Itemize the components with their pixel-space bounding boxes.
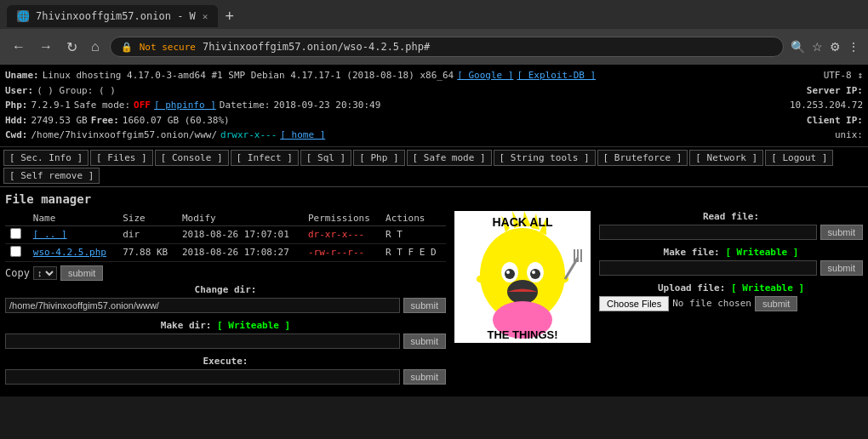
datetime-value: 2018-09-23 20:30:49 [273, 98, 380, 113]
execute-input[interactable] [5, 369, 400, 385]
forward-button[interactable]: → [36, 36, 56, 58]
home-link[interactable]: [ home ] [280, 128, 325, 143]
read-file-label: Read file: [599, 211, 863, 222]
nav-item-logout[interactable]: [ Logout ] [765, 150, 833, 166]
copy-label: Copy [5, 267, 30, 279]
fm-right-panel: HACK ALL THE THINGS! Read file: submit [454, 211, 863, 391]
tab-close-button[interactable]: ✕ [203, 11, 208, 22]
cwd-label: Cwd: [5, 128, 28, 143]
make-file-row: submit [599, 260, 863, 276]
read-file-submit[interactable]: submit [820, 225, 863, 240]
upload-file-section: Upload file: [ Writeable ] Choose Files … [599, 282, 863, 311]
menu-button[interactable]: ⋮ [848, 40, 859, 54]
choose-files-button[interactable]: Choose Files [599, 296, 669, 311]
sysinfo-panel: Uname: Linux dhosting 4.17.0-3-amd64 #1 … [0, 65, 868, 147]
file-modify-1: 2018-08-26 17:07:01 [177, 225, 303, 243]
make-dir-label: Make dir: [ Writeable ] [5, 320, 446, 331]
col-modify: Modify [177, 211, 303, 226]
tab-favicon: 🌐 [17, 10, 29, 22]
tab-bar: 🌐 7hivinxooffgim57.onion - W ✕ + [0, 0, 868, 29]
server-ip-value: 10.253.204.72 [790, 100, 863, 111]
make-file-section: Make file: [ Writeable ] submit [599, 247, 863, 276]
uname-label: Uname: [5, 68, 39, 83]
copy-submit-button[interactable]: submit [60, 265, 103, 281]
col-actions: Actions [380, 211, 446, 226]
make-file-submit[interactable]: submit [820, 260, 863, 276]
nav-item-safemode[interactable]: [ Safe mode ] [407, 150, 492, 166]
make-dir-section: Make dir: [ Writeable ] submit [5, 320, 446, 349]
encoding-icon: ↕ [857, 70, 863, 81]
nav-item-selfremove[interactable]: [ Self remove ] [3, 168, 100, 184]
safe-mode-label: Safe mode: [74, 98, 130, 113]
nav-actions: 🔍 ☆ ⚙ ⋮ [791, 40, 859, 54]
nav-item-bruteforce[interactable]: [ Bruteforce ] [597, 150, 688, 166]
copy-select[interactable]: ↕ [33, 266, 57, 280]
fm-main: Name Size Modify Permissions Actions [ .… [5, 211, 863, 391]
nav-item-network[interactable]: [ Network ] [689, 150, 763, 166]
file-table: Name Size Modify Permissions Actions [ .… [5, 211, 446, 262]
read-file-row: submit [599, 225, 863, 240]
nav-item-php[interactable]: [ Php ] [353, 150, 404, 166]
row-checkbox-1[interactable] [10, 228, 21, 239]
upload-row: Choose Files No file chosen submit [599, 296, 863, 311]
nav-item-stringtools[interactable]: [ String tools ] [494, 150, 596, 166]
google-link[interactable]: [ Google ] [457, 68, 513, 83]
nav-item-files[interactable]: [ Files ] [90, 150, 153, 166]
phpinfo-link[interactable]: [ phpinfo ] [154, 98, 216, 113]
user-value: ( ) Group: ( ) [37, 83, 116, 99]
client-ip-value: unix: [835, 129, 863, 140]
reload-button[interactable]: ↻ [63, 36, 81, 59]
exploitdb-link[interactable]: [ Exploit-DB ] [517, 68, 596, 83]
make-dir-row: submit [5, 334, 446, 349]
back-button[interactable]: ← [9, 36, 29, 58]
make-file-input[interactable] [599, 260, 817, 276]
execute-submit[interactable]: submit [403, 369, 446, 385]
read-file-input[interactable] [599, 225, 817, 240]
client-ip-label: Client IP: [807, 115, 863, 126]
upload-file-label: Upload file: [ Writeable ] [599, 282, 863, 294]
col-size: Size [117, 211, 177, 226]
nav-item-secinfo[interactable]: [ Sec. Info ] [3, 150, 89, 166]
upload-submit-button[interactable]: submit [755, 296, 797, 311]
php-label: Php: [5, 98, 28, 113]
make-dir-input[interactable] [5, 334, 400, 349]
bookmark-button[interactable]: ☆ [812, 40, 823, 54]
active-tab[interactable]: 🌐 7hivinxooffgim57.onion - W ✕ [7, 5, 218, 27]
svg-point-10 [530, 269, 540, 279]
change-dir-input[interactable] [5, 298, 400, 313]
fm-left-panel: Name Size Modify Permissions Actions [ .… [5, 211, 446, 391]
free-value: 1660.07 GB (60.38%) [123, 113, 230, 128]
hdd-value: 2749.53 GB [31, 113, 88, 128]
make-dir-submit[interactable]: submit [403, 334, 446, 349]
server-ip-label: Server IP: [807, 85, 863, 96]
file-actions-2: R T F E D [380, 243, 446, 261]
search-button[interactable]: 🔍 [791, 40, 805, 54]
not-secure-label: Not secure [140, 42, 196, 53]
url-text: 7hivinxooffgim57.onion/wso-4.2.5.php# [203, 41, 773, 53]
sysinfo-right: UTF-8 ↕ Server IP: 10.253.204.72 Client … [790, 68, 863, 143]
svg-text:HACK ALL: HACK ALL [492, 215, 552, 229]
make-dir-writeable: [ Writeable ] [217, 320, 290, 331]
change-dir-submit[interactable]: submit [403, 298, 446, 313]
new-tab-button[interactable]: + [218, 4, 241, 29]
home-button[interactable]: ⌂ [88, 36, 103, 58]
file-link-dotdot[interactable]: [ .. ] [33, 229, 67, 240]
file-perm-1: dr-xr-x--- [308, 229, 364, 240]
no-file-label: No file chosen [672, 298, 751, 309]
file-manager-title: File manager [5, 192, 863, 206]
safe-mode-value: OFF [134, 98, 151, 113]
col-checkbox [5, 211, 28, 226]
svg-text:THE THINGS!: THE THINGS! [487, 328, 557, 341]
address-bar[interactable]: 🔒 Not secure 7hivinxooffgim57.onion/wso-… [110, 37, 784, 57]
row-checkbox-2[interactable] [10, 246, 21, 257]
nav-item-console[interactable]: [ Console ] [155, 150, 229, 166]
datetime-label: Datetime: [220, 98, 271, 113]
file-link-wso[interactable]: wso-4.2.5.php [33, 247, 106, 258]
settings-button[interactable]: ⚙ [830, 40, 841, 54]
nav-item-infect[interactable]: [ Infect ] [231, 150, 299, 166]
nav-menu: [ Sec. Info ] [ Files ] [ Console ] [ In… [0, 147, 868, 187]
change-dir-section: Change dir: submit [5, 284, 446, 313]
nav-item-sql[interactable]: [ Sql ] [300, 150, 351, 166]
upload-file-writeable: [ Writeable ] [731, 282, 804, 294]
cwd-value: /home/7hivinxooffgim57.onion/www/ [31, 128, 218, 143]
